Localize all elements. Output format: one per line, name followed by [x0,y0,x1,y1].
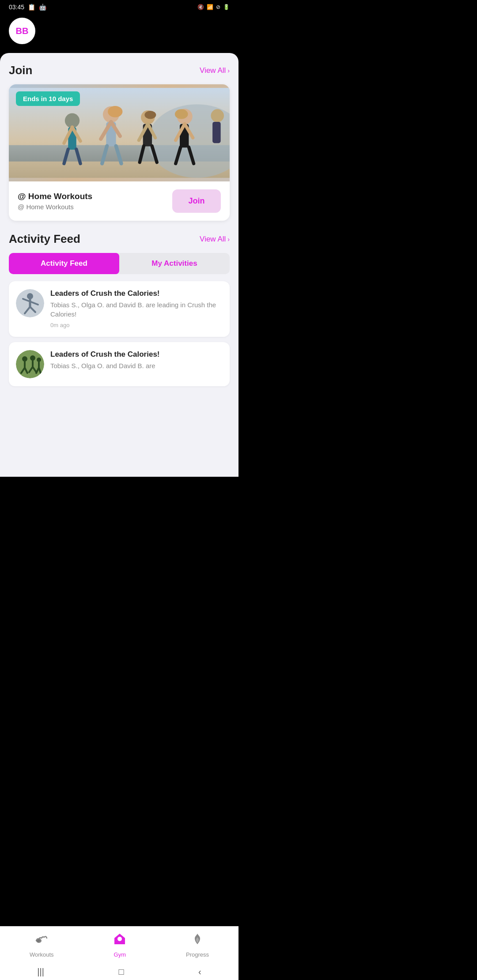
challenge-image: Ends in 10 days [9,84,230,181]
join-button[interactable]: Join [172,189,221,213]
svg-point-17 [144,111,156,119]
activity-avatar-1 [16,289,44,317]
activity-card-2: Leaders of Crush the Calories! Tobias S.… [9,342,230,386]
svg-point-24 [175,109,188,119]
avatar-row: BB [0,13,238,53]
chevron-right-icon-2: › [227,236,230,243]
svg-rect-31 [212,122,221,143]
activity-card-1: Leaders of Crush the Calories! Tobias S.… [9,281,230,337]
battery-icon: 🔋 [223,4,230,10]
challenge-subtitle: @ Home Workouts [18,203,92,211]
activity-feed-view-all[interactable]: View All › [200,235,230,244]
activity-feed-section: Activity Feed View All › Activity Feed M… [0,228,238,399]
activity-title-2: Leaders of Crush the Calories! [50,350,160,359]
activity-content-2: Leaders of Crush the Calories! Tobias S.… [50,350,160,373]
challenge-text: @ Home Workouts @ Home Workouts [18,192,92,211]
android-icon: 🤖 [39,4,46,11]
yoga-avatar-svg [16,289,44,317]
notification-icon: 📋 [28,4,35,11]
status-bar: 03:45 📋 🤖 🔇 📶 ⊘ 🔋 [0,0,238,13]
activity-avatar-2 [16,350,44,378]
status-time: 03:45 [9,4,24,11]
svg-point-39 [16,350,44,378]
activity-title-1: Leaders of Crush the Calories! [50,289,223,298]
ends-badge: Ends in 10 days [16,91,80,106]
mute-icon: 🔇 [197,4,204,10]
challenge-info: @ Home Workouts @ Home Workouts Join [9,181,230,221]
wifi-icon: 📶 [207,4,213,10]
challenge-card: Ends in 10 days @ Home Workouts @ Home W… [9,84,230,221]
main-content: Join View All › [0,53,238,477]
tab-activity-feed[interactable]: Activity Feed [9,253,119,274]
activity-time-1: 0m ago [50,322,69,328]
activity-desc-1: Tobias S., Olga O. and David B. are lead… [50,300,223,319]
running-avatar-svg [16,350,44,378]
join-section: Join View All › [0,53,238,228]
activity-feed-title: Activity Feed [9,232,80,246]
tab-my-activities[interactable]: My Activities [119,253,230,274]
join-view-all[interactable]: View All › [200,66,230,75]
join-section-header: Join View All › [9,64,230,77]
svg-point-10 [108,106,122,117]
activity-feed-header: Activity Feed View All › [9,232,230,246]
join-title: Join [9,64,32,77]
chevron-right-icon: › [227,67,230,74]
svg-point-30 [211,109,224,122]
activity-tabs: Activity Feed My Activities [9,253,230,274]
activity-desc-2: Tobias S., Olga O. and David B. are [50,361,160,370]
activity-content-1: Leaders of Crush the Calories! Tobias S.… [50,289,223,329]
status-left: 03:45 📋 🤖 [9,4,46,11]
status-right: 🔇 📶 ⊘ 🔋 [197,4,230,10]
challenge-title: @ Home Workouts [18,192,92,201]
avatar[interactable]: BB [9,18,35,44]
nosim-icon: ⊘ [216,4,220,10]
